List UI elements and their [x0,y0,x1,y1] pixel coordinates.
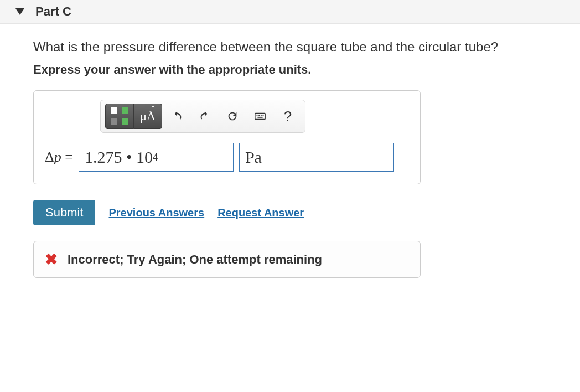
units-input[interactable]: Pa [239,143,394,172]
request-answer-link[interactable]: Request Answer [218,207,304,219]
help-button[interactable]: ? [275,104,301,129]
svg-rect-4 [263,115,264,116]
undo-icon [171,110,183,122]
svg-rect-3 [261,115,262,116]
help-icon: ? [284,108,292,125]
incorrect-icon: ✖ [45,250,58,269]
previous-answers-link[interactable]: Previous Answers [108,207,204,219]
templates-icon [111,107,128,125]
svg-rect-0 [255,114,265,120]
keyboard-icon [254,110,266,122]
answer-box: μÅ ? Δp = [33,90,421,184]
reset-icon [226,110,239,122]
units-text: Pa [245,148,262,167]
delta-symbol: Δ [45,149,54,165]
variable-label: Δp = [45,149,73,166]
templates-button[interactable] [105,104,134,129]
answer-row: Δp = 1.275 • 104 Pa [45,143,409,172]
svg-rect-2 [258,115,260,116]
value-input[interactable]: 1.275 • 104 [79,143,234,172]
redo-button[interactable] [192,104,218,129]
collapse-triangle-icon [15,8,24,15]
svg-rect-1 [257,115,258,116]
action-row: Submit Previous Answers Request Answer [33,200,560,225]
svg-rect-5 [257,117,262,118]
equals-symbol: = [61,149,73,165]
redo-icon [199,110,211,122]
part-title: Part C [35,4,71,19]
value-exponent: 4 [153,152,158,163]
submit-button[interactable]: Submit [33,200,95,225]
feedback-text: Incorrect; Try Again; One attempt remain… [68,252,322,267]
symbols-button[interactable]: μÅ [133,104,162,129]
part-body: What is the pressure difference between … [0,24,580,298]
instruction-text: Express your answer with the appropriate… [33,63,560,77]
part-header[interactable]: Part C [0,0,580,24]
feedback-box: ✖ Incorrect; Try Again; One attempt rema… [33,241,421,278]
value-text: 1.275 • 10 [85,148,153,167]
ring-dot-icon [152,106,154,107]
question-text: What is the pressure difference between … [33,39,560,55]
symbols-label: μÅ [140,109,156,123]
undo-button[interactable] [164,104,190,129]
p-symbol: p [54,149,61,165]
keyboard-button[interactable] [247,104,273,129]
reset-button[interactable] [220,104,245,129]
answer-toolbar: μÅ ? [100,100,305,133]
